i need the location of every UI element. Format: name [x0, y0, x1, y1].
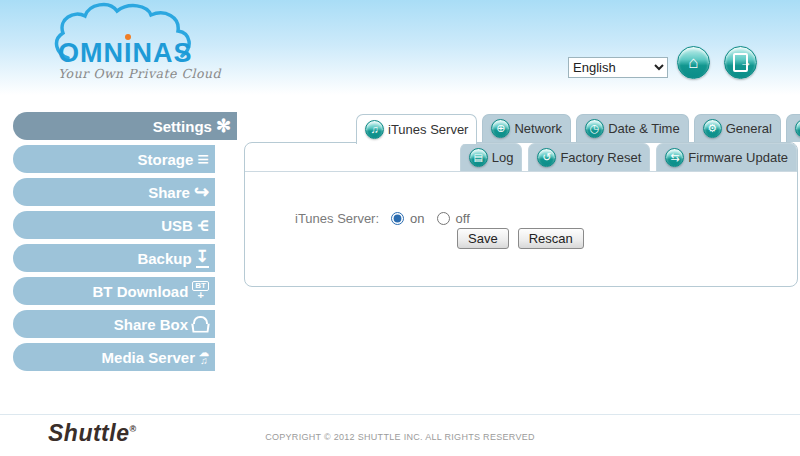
sidebar-item-label: Media Server	[102, 349, 195, 366]
language-select[interactable]: English	[568, 57, 668, 78]
tab-about[interactable]: i About	[786, 114, 800, 142]
home-icon: ⌂	[688, 54, 698, 71]
action-buttons: Save Rescan	[457, 228, 584, 249]
logout-button[interactable]: →	[724, 46, 757, 79]
itunes-off-radio[interactable]	[437, 212, 450, 225]
usb-icon: Ψ	[197, 218, 209, 233]
save-button[interactable]: Save	[457, 228, 509, 249]
tools-icon: ✻	[216, 117, 231, 135]
sidebar-item-label: Backup	[137, 250, 191, 267]
sidebar: Settings ✻ Storage ≡ Share ↪ USB Ψ Backu…	[13, 112, 237, 371]
sidebar-item-usb[interactable]: USB Ψ	[13, 211, 215, 239]
sidebar-item-settings[interactable]: Settings ✻	[13, 112, 237, 140]
music-note-icon: ♫	[365, 120, 384, 139]
tab-date-time[interactable]: ◷ Date & Time	[576, 114, 689, 142]
tab-firmware-update[interactable]: ⇆ Firmware Update	[656, 143, 797, 171]
storage-disks-icon: ≡	[197, 149, 209, 169]
sidebar-item-label: BT Download	[93, 283, 189, 300]
copyright-text: COPYRIGHT © 2012 SHUTTLE INC. ALL RIGHTS…	[0, 432, 800, 442]
tab-log[interactable]: ▤ Log	[460, 143, 523, 171]
gear-icon: ⚙	[703, 119, 722, 138]
clock-icon: ◷	[585, 119, 604, 138]
info-icon: i	[795, 119, 800, 138]
log-document-icon: ▤	[469, 148, 488, 167]
sidebar-item-storage[interactable]: Storage ≡	[13, 145, 215, 173]
sidebar-item-bt-download[interactable]: BT Download BT +	[13, 277, 215, 305]
sidebar-item-label: Storage	[137, 151, 193, 168]
logout-icon: →	[733, 53, 748, 72]
sidebar-item-label: Share	[148, 184, 190, 201]
bt-download-icon: BT +	[192, 281, 209, 301]
itunes-server-label: iTunes Server:	[295, 211, 379, 226]
sidebar-item-share[interactable]: Share ↪	[13, 178, 215, 206]
omninas-logo: OMNINAS Your Own Private Cloud	[52, 2, 230, 88]
settings-tab-bar: ♫ iTunes Server ⊕ Network ◷ Date & Time …	[356, 114, 800, 142]
globe-icon: ⊕	[491, 119, 510, 138]
home-button[interactable]: ⌂	[677, 46, 710, 79]
share-box-icon	[192, 316, 209, 333]
tab-general[interactable]: ⚙ General	[694, 114, 781, 142]
backup-download-icon: ↧	[196, 249, 209, 268]
media-server-icon: ☁ ♫	[199, 349, 209, 366]
share-arrow-icon: ↪	[194, 183, 209, 201]
sidebar-item-label: Settings	[153, 118, 212, 135]
itunes-off-label[interactable]: off	[456, 211, 470, 226]
update-arrows-icon: ⇆	[665, 148, 684, 167]
sidebar-item-backup[interactable]: Backup ↧	[13, 244, 215, 272]
sidebar-item-media-server[interactable]: Media Server ☁ ♫	[13, 343, 215, 371]
sidebar-item-label: Share Box	[114, 316, 188, 333]
settings-panel: ▤ Log ↺ Factory Reset ⇆ Firmware Update …	[244, 142, 798, 287]
itunes-server-setting-row: iTunes Server: on off	[295, 211, 470, 226]
reset-arrow-icon: ↺	[537, 148, 556, 167]
settings-sub-tab-bar: ▤ Log ↺ Factory Reset ⇆ Firmware Update	[245, 143, 797, 172]
sidebar-item-share-box[interactable]: Share Box	[13, 310, 215, 338]
logo-text: OMNINAS	[58, 38, 193, 69]
footer-divider	[0, 414, 800, 415]
logo-tagline: Your Own Private Cloud	[52, 66, 227, 81]
tab-itunes-server[interactable]: ♫ iTunes Server	[356, 114, 477, 144]
itunes-on-radio[interactable]	[391, 212, 404, 225]
sidebar-item-label: USB	[161, 217, 193, 234]
rescan-button[interactable]: Rescan	[518, 228, 584, 249]
logo-i-dot	[125, 34, 131, 40]
itunes-on-label[interactable]: on	[410, 211, 424, 226]
tab-network[interactable]: ⊕ Network	[482, 114, 571, 142]
tab-factory-reset[interactable]: ↺ Factory Reset	[528, 143, 650, 171]
